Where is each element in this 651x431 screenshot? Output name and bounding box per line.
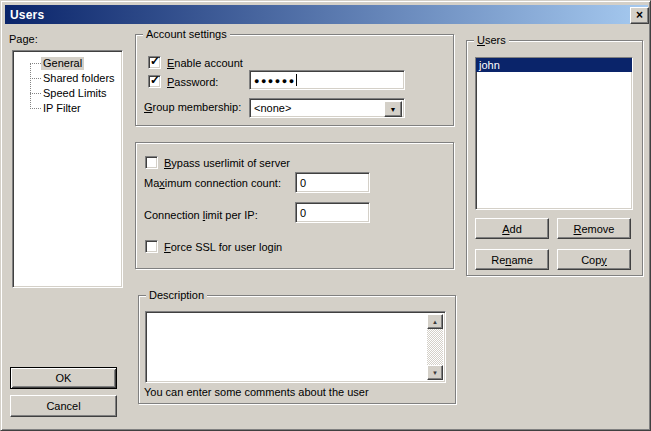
scroll-up-button[interactable]: ▲ <box>427 314 443 329</box>
dropdown-button[interactable]: ▼ <box>384 101 402 117</box>
account-settings-group-title: Account settings <box>143 28 230 41</box>
rename-user-button[interactable]: Rename <box>475 249 549 270</box>
force-ssl-checkbox[interactable]: ✓ <box>145 240 158 253</box>
account-settings-group: Account settings ✓ Enable account ✓ Pass… <box>135 34 454 126</box>
tree-item-label[interactable]: Speed Limits <box>41 87 109 100</box>
enable-account-label[interactable]: Enable account <box>167 57 243 69</box>
copy-user-button[interactable]: Copy <box>557 249 631 270</box>
page-tree[interactable]: General Shared folders Speed Limits IP F… <box>12 50 123 288</box>
copy-user-button-label: Copy <box>581 254 607 266</box>
group-membership-label: Group membership: <box>144 101 241 114</box>
password-input[interactable]: ●●●●●● <box>249 70 405 90</box>
password-row: ✓ Password: <box>148 75 218 88</box>
max-connection-count-label: Maximum connection count: <box>144 177 281 190</box>
description-hint: You can enter some comments about the us… <box>144 386 369 399</box>
force-ssl-row: ✓ Force SSL for user login <box>145 240 282 253</box>
ok-button[interactable]: OK <box>10 367 117 389</box>
close-icon: × <box>636 10 643 20</box>
connection-settings-group: ✓ Bypass userlimit of server Maximum con… <box>135 142 454 269</box>
password-label[interactable]: Password: <box>167 76 218 88</box>
connection-limit-per-ip-value: 0 <box>300 207 306 219</box>
user-list-item[interactable]: john <box>476 58 632 72</box>
tree-connector-stub <box>30 93 41 94</box>
cancel-button[interactable]: Cancel <box>10 395 117 417</box>
tree-connector-stub <box>30 78 41 79</box>
remove-user-button[interactable]: Remove <box>557 218 631 239</box>
window-title: Users <box>10 8 44 22</box>
users-dialog: Users × Page: General Shared folders Spe… <box>0 0 651 431</box>
enable-account-checkbox[interactable]: ✓ <box>148 56 161 69</box>
force-ssl-label[interactable]: Force SSL for user login <box>164 241 282 253</box>
tree-item-general[interactable]: General <box>13 56 120 71</box>
check-icon: ✓ <box>150 54 160 68</box>
add-user-button[interactable]: Add <box>475 218 549 239</box>
remove-user-button-label: Remove <box>574 223 615 235</box>
description-group-title: Description <box>146 289 207 302</box>
tree-connector-stub <box>30 108 41 109</box>
page-label: Page: <box>9 33 38 46</box>
description-textarea[interactable]: ▲ ▼ <box>145 311 446 383</box>
users-list[interactable]: john <box>475 57 633 210</box>
connection-limit-per-ip-label: Connection limit per IP: <box>144 209 258 222</box>
bypass-userlimit-row: ✓ Bypass userlimit of server <box>145 156 290 169</box>
bypass-userlimit-checkbox[interactable]: ✓ <box>145 156 158 169</box>
max-connection-count-input[interactable]: 0 <box>295 172 370 193</box>
scroll-up-icon: ▲ <box>432 319 438 325</box>
rename-user-button-label: Rename <box>491 254 533 266</box>
bypass-userlimit-label[interactable]: Bypass userlimit of server <box>164 157 290 169</box>
tree-item-shared-folders[interactable]: Shared folders <box>13 71 120 86</box>
close-button[interactable]: × <box>630 7 649 24</box>
scroll-down-icon: ▼ <box>432 370 438 376</box>
password-checkbox[interactable]: ✓ <box>148 75 161 88</box>
tree-item-label[interactable]: IP Filter <box>41 102 83 115</box>
text-caret <box>296 74 297 86</box>
password-value: ●●●●●● <box>254 76 296 86</box>
tree-item-label[interactable]: General <box>41 57 84 70</box>
scroll-down-button[interactable]: ▼ <box>427 365 443 380</box>
group-membership-value: <none> <box>254 102 291 115</box>
description-scrollbar[interactable]: ▲ ▼ <box>427 314 443 380</box>
max-connection-count-value: 0 <box>300 177 306 189</box>
title-bar[interactable]: Users <box>5 5 648 24</box>
tree-item-label[interactable]: Shared folders <box>41 72 117 85</box>
group-membership-select[interactable]: <none> ▼ <box>249 98 405 118</box>
ok-button-label: OK <box>56 372 72 384</box>
cancel-button-label: Cancel <box>46 400 80 412</box>
tree-item-speed-limits[interactable]: Speed Limits <box>13 86 120 101</box>
tree-connector-stub <box>30 63 41 64</box>
connection-limit-per-ip-input[interactable]: 0 <box>295 202 370 223</box>
description-group: Description ▲ ▼ You can enter some comme… <box>138 295 456 404</box>
check-icon: ✓ <box>150 73 160 87</box>
chevron-down-icon: ▼ <box>390 106 397 113</box>
users-group-title: Users <box>474 34 509 47</box>
add-user-button-label: Add <box>502 223 522 235</box>
enable-account-row: ✓ Enable account <box>148 56 243 69</box>
users-group: Users john Add Remove Rename Copy <box>466 40 643 276</box>
tree-item-ip-filter[interactable]: IP Filter <box>13 101 120 116</box>
